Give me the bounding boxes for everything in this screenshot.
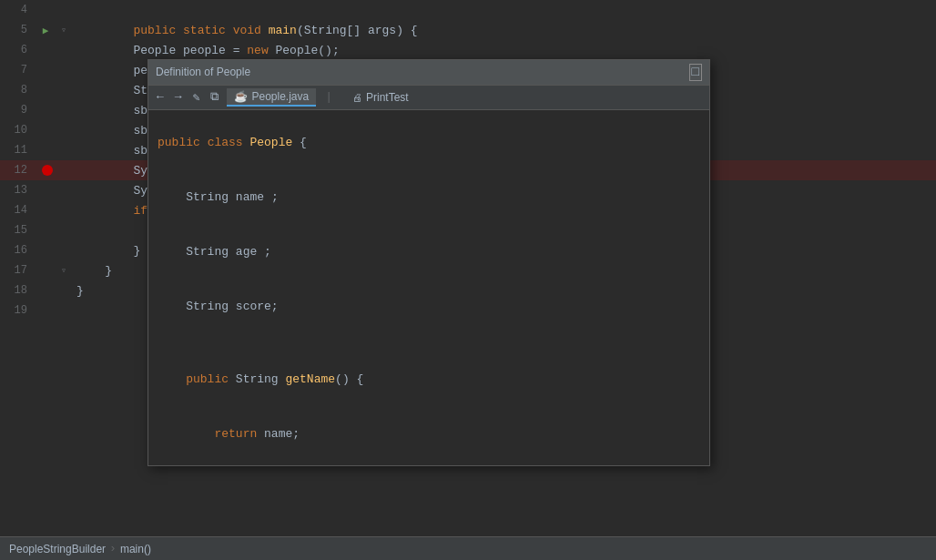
popup-title: Definition of People [156, 66, 250, 78]
line-number-13: 13 [0, 184, 36, 197]
copy-button[interactable]: ⧉ [208, 89, 221, 105]
line-number-14: 14 [0, 204, 36, 217]
popup-code-line-8: } [158, 462, 700, 465]
breadcrumb-class: PeopleStringBuilder [9, 543, 106, 555]
line-number-9: 9 [0, 104, 36, 117]
line-number-15: 15 [0, 224, 36, 237]
popup-line-content-8: } [158, 462, 214, 465]
fold-icon-17[interactable]: ▿ [55, 265, 73, 276]
popup-code-line-6: public String getName() { [158, 352, 700, 407]
line-number-5: 5 [0, 24, 36, 36]
line-number-8: 8 [0, 84, 36, 97]
tab-print-test[interactable]: 🖨 PrintTest [345, 89, 416, 106]
popup-line-content-6: public String getName() { [158, 352, 363, 407]
line-number-6: 6 [0, 44, 36, 56]
popup-titlebar: Definition of People □ [148, 60, 709, 86]
popup-line-content-3: String age ; [158, 225, 271, 280]
back-button[interactable]: ← [154, 89, 167, 105]
popup-code-line-5 [158, 334, 700, 352]
java-file-icon: ☕ [234, 90, 248, 103]
tab-people-java-label: People.java [251, 90, 309, 103]
line-number-17: 17 [0, 264, 36, 277]
line-number-16: 16 [0, 244, 36, 257]
print-icon: 🖨 [352, 92, 362, 103]
gutter-12[interactable] [36, 165, 55, 176]
popup-line-content-2: String name ; [158, 170, 279, 225]
tab-separator: | [325, 90, 332, 104]
popup-line-content-7: return name; [158, 407, 300, 462]
tab-people-java[interactable]: ☕ People.java [227, 88, 316, 107]
popup-toolbar: ← → ✎ ⧉ ☕ People.java | 🖨 PrintTest [148, 86, 709, 110]
popup-code-line-2: String name ; [158, 170, 700, 225]
gutter-5: ▶ [36, 25, 55, 36]
popup-close-button[interactable]: □ [689, 64, 702, 81]
status-bar: PeopleStringBuilder › main() [0, 536, 936, 560]
popup-code-line-4: String score; [158, 280, 700, 334]
line-number-10: 10 [0, 124, 36, 137]
popup-line-content-5 [158, 334, 165, 352]
line-number-18: 18 [0, 284, 36, 297]
breadcrumb-method: main() [120, 543, 151, 555]
popup-code-line-1: public class People { [158, 116, 700, 170]
popup-line-content-4: String score; [158, 280, 279, 334]
breadcrumb-separator: › [109, 542, 117, 555]
popup-line-content-1: public class People { [158, 116, 307, 170]
line-number-7: 7 [0, 64, 36, 76]
line-number-4: 4 [0, 4, 36, 16]
tab-print-test-label: PrintTest [366, 91, 409, 104]
popup-code-area[interactable]: public class People { String name ; Stri… [148, 110, 709, 465]
run-icon[interactable]: ▶ [43, 25, 49, 36]
editor-container: 4 5 ▶ ▿ public static void main(String[]… [0, 0, 936, 560]
line-number-19: 19 [0, 304, 36, 317]
breakpoint-12[interactable] [42, 165, 53, 176]
popup-code-line-3: String age ; [158, 225, 700, 280]
popup-code-line-7: return name; [158, 407, 700, 462]
line-number-11: 11 [0, 144, 36, 157]
fold-5[interactable]: ▿ [55, 25, 73, 36]
definition-popup: Definition of People □ ← → ✎ ⧉ ☕ People.… [148, 59, 710, 466]
fold-icon-5: ▿ [61, 25, 66, 36]
line-number-12: 12 [0, 164, 36, 177]
edit-button[interactable]: ✎ [190, 89, 203, 106]
forward-button[interactable]: → [172, 89, 185, 105]
